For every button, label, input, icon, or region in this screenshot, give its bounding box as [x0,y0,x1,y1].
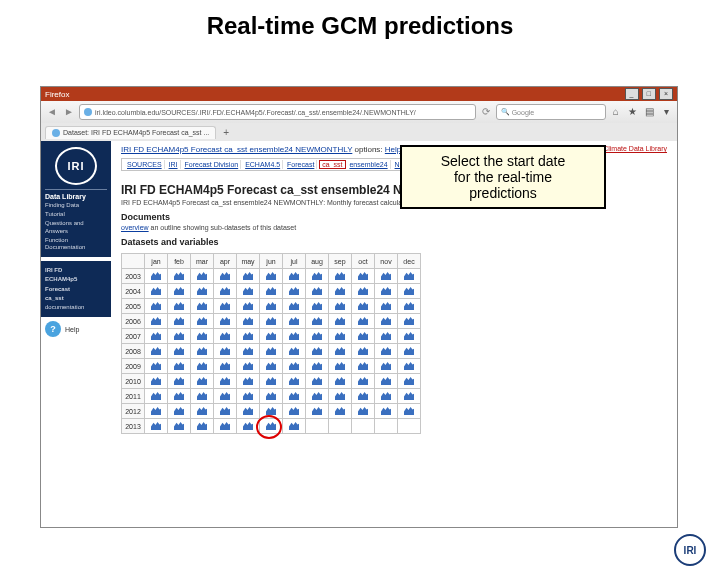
grid-cell[interactable] [191,269,214,284]
data-icon[interactable] [174,406,184,415]
refresh-icon[interactable]: ⟳ [479,105,493,119]
grid-cell[interactable] [145,344,168,359]
grid-cell[interactable] [145,374,168,389]
grid-cell[interactable] [306,299,329,314]
data-icon[interactable] [220,421,230,430]
grid-cell[interactable] [191,299,214,314]
src-part[interactable]: ensemble24 [347,160,390,169]
data-icon[interactable] [243,376,253,385]
data-icon[interactable] [174,316,184,325]
bookmark-icon[interactable]: ★ [625,105,639,119]
grid-cell[interactable] [352,389,375,404]
data-icon[interactable] [335,301,345,310]
data-icon[interactable] [381,361,391,370]
data-icon[interactable] [404,346,414,355]
data-icon[interactable] [289,376,299,385]
grid-cell[interactable] [283,314,306,329]
data-icon[interactable] [151,361,161,370]
grid-cell[interactable] [237,344,260,359]
url-bar[interactable]: iri.ldeo.columbia.edu/SOURCES/.IRI/.FD/.… [79,104,476,120]
data-icon[interactable] [335,391,345,400]
data-icon[interactable] [312,406,322,415]
grid-cell[interactable] [145,389,168,404]
data-icon[interactable] [174,361,184,370]
back-icon[interactable]: ◄ [45,105,59,119]
data-icon[interactable] [381,376,391,385]
close-icon[interactable]: × [659,88,673,100]
grid-cell[interactable] [375,344,398,359]
sidebar-item[interactable]: Questions and Answers [45,220,107,234]
data-icon[interactable] [197,421,207,430]
data-icon[interactable] [404,271,414,280]
data-icon[interactable] [266,271,276,280]
grid-cell[interactable] [283,329,306,344]
data-icon[interactable] [358,361,368,370]
data-icon[interactable] [197,271,207,280]
sidebar-item[interactable]: Function Documentation [45,237,107,251]
data-icon[interactable] [289,271,299,280]
grid-cell[interactable] [283,404,306,419]
grid-cell[interactable] [398,374,421,389]
grid-cell[interactable] [329,389,352,404]
grid-cell[interactable] [168,299,191,314]
grid-cell[interactable] [168,419,191,434]
data-icon[interactable] [335,286,345,295]
grid-cell[interactable] [237,299,260,314]
grid-cell[interactable] [237,419,260,434]
data-icon[interactable] [174,346,184,355]
grid-cell[interactable] [214,299,237,314]
src-part[interactable]: Forecast Division [182,160,241,169]
grid-cell[interactable] [168,329,191,344]
data-icon[interactable] [220,331,230,340]
grid-cell[interactable] [375,404,398,419]
grid-cell[interactable] [306,404,329,419]
forward-icon[interactable]: ► [62,105,76,119]
data-icon[interactable] [358,316,368,325]
grid-cell[interactable] [352,269,375,284]
data-icon[interactable] [243,391,253,400]
grid-cell[interactable] [260,389,283,404]
grid-cell[interactable] [283,284,306,299]
data-icon[interactable] [243,271,253,280]
grid-cell[interactable] [398,344,421,359]
data-icon[interactable] [151,271,161,280]
data-icon[interactable] [358,331,368,340]
feed-icon[interactable]: ▤ [642,105,656,119]
data-icon[interactable] [174,271,184,280]
grid-cell[interactable] [306,374,329,389]
grid-cell[interactable] [168,389,191,404]
data-icon[interactable] [151,286,161,295]
grid-cell[interactable] [352,404,375,419]
sidebar-item[interactable]: Tutorial [45,211,107,218]
data-icon[interactable] [381,286,391,295]
grid-cell[interactable] [398,299,421,314]
data-icon[interactable] [381,346,391,355]
data-icon[interactable] [243,286,253,295]
grid-cell[interactable] [237,404,260,419]
grid-cell[interactable] [260,374,283,389]
grid-cell[interactable] [329,329,352,344]
data-icon[interactable] [151,421,161,430]
data-icon[interactable] [289,301,299,310]
data-icon[interactable] [404,361,414,370]
grid-cell[interactable] [329,284,352,299]
grid-cell[interactable] [191,404,214,419]
grid-cell[interactable] [352,329,375,344]
grid-cell[interactable] [375,269,398,284]
data-icon[interactable] [289,391,299,400]
data-icon[interactable] [312,376,322,385]
data-icon[interactable] [312,331,322,340]
data-icon[interactable] [358,286,368,295]
new-tab-button[interactable]: + [218,127,234,138]
data-icon[interactable] [197,316,207,325]
sidebar-item[interactable]: Finding Data [45,202,107,209]
data-icon[interactable] [266,391,276,400]
grid-cell[interactable] [260,299,283,314]
grid-cell[interactable] [352,314,375,329]
data-icon[interactable] [151,301,161,310]
grid-cell[interactable] [145,329,168,344]
data-icon[interactable] [266,376,276,385]
data-icon[interactable] [266,346,276,355]
breadcrumb-link[interactable]: IRI FD ECHAM4p5 Forecast ca_sst ensemble… [121,145,352,154]
grid-cell[interactable] [260,329,283,344]
